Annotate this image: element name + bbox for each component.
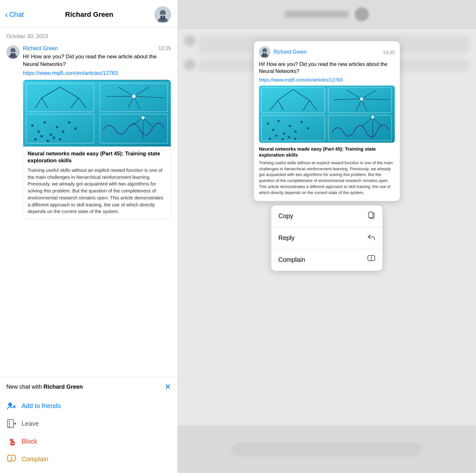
complain-menu-icon — [367, 255, 375, 265]
context-message-text: Hi! How are you? Did you read the new ar… — [259, 61, 395, 75]
left-panel: ‹ Chat Richard Green October 30, 2023 — [0, 0, 178, 473]
article-title: Neural networks made easy (Part 45): Tra… — [28, 150, 166, 164]
svg-rect-10 — [11, 53, 13, 57]
svg-point-86 — [272, 129, 274, 131]
complain-item[interactable]: Complain — [6, 450, 171, 468]
blur-title — [285, 11, 348, 18]
complain-label-right: Complain — [278, 256, 305, 263]
svg-rect-12 — [23, 81, 171, 145]
svg-point-90 — [294, 130, 297, 133]
svg-point-91 — [301, 121, 303, 123]
svg-point-42 — [59, 138, 61, 140]
svg-rect-59 — [11, 457, 12, 459]
svg-point-106 — [371, 259, 372, 260]
article-content: Neural networks made easy (Part 45): Tra… — [23, 146, 171, 219]
message-body: Richard Green 13:35 Hi! How are you? Did… — [23, 45, 171, 219]
article-card[interactable]: Neural networks made easy (Part 45): Tra… — [23, 80, 171, 219]
message-text: Hi! How are you? Did you read the new ar… — [23, 53, 171, 68]
svg-point-38 — [34, 138, 37, 140]
right-bottom-blur — [178, 425, 476, 473]
context-article-title: Neural networks made easy (Part 45): Tra… — [259, 146, 395, 158]
right-panel: Richard Green 13:35 Hi! How are you? Did… — [178, 0, 476, 473]
block-label: Block — [22, 438, 37, 445]
svg-rect-4 — [161, 16, 162, 20]
date-separator: October 30, 2023 — [0, 28, 177, 43]
context-message-link[interactable]: https://www.mql5.com/en/articles/12783 — [259, 77, 395, 82]
action-list: Add to friends Leave — [6, 397, 171, 468]
complain-label: Complain — [22, 456, 48, 463]
new-chat-row: New chat with Richard Green ✕ — [6, 382, 171, 391]
svg-point-47 — [8, 403, 12, 406]
chat-header: ‹ Chat Richard Green — [0, 0, 177, 28]
svg-point-87 — [277, 120, 280, 122]
blur-avatar — [355, 7, 369, 21]
leave-label: Leave — [22, 420, 39, 427]
message-row: Richard Green 13:35 Hi! How are you? Did… — [0, 43, 177, 222]
right-content: Richard Green 13:35 Hi! How are you? Did… — [178, 29, 476, 425]
reply-label: Reply — [278, 234, 294, 242]
leave-item[interactable]: Leave — [6, 415, 171, 432]
add-friends-label: Add to friends — [22, 402, 61, 410]
context-message-card: Richard Green 13:35 Hi! How are you? Did… — [254, 41, 400, 201]
svg-point-46 — [142, 116, 145, 119]
message-link[interactable]: https://www.mql5.com/en/articles/12783 — [23, 70, 171, 76]
svg-rect-53 — [9, 426, 10, 427]
new-chat-name: Richard Green — [43, 384, 83, 390]
svg-rect-103 — [368, 212, 373, 217]
new-chat-label: New chat with Richard Green — [6, 384, 83, 390]
context-menu: Copy Reply Complain — [271, 205, 382, 271]
svg-point-89 — [289, 125, 291, 127]
copy-icon — [367, 211, 375, 221]
context-article-description: Training useful skills without an explic… — [259, 160, 395, 196]
leave-icon — [6, 418, 17, 429]
copy-label: Copy — [278, 212, 293, 220]
blur-input-bar — [232, 442, 422, 456]
complain-icon — [6, 454, 17, 464]
svg-point-92 — [307, 127, 309, 129]
svg-point-93 — [269, 138, 271, 140]
context-article-image — [259, 86, 395, 143]
svg-point-33 — [50, 133, 52, 136]
reply-icon — [367, 233, 375, 243]
add-friends-item[interactable]: Add to friends — [6, 397, 171, 415]
svg-rect-65 — [263, 53, 264, 56]
svg-point-88 — [283, 133, 285, 135]
back-button[interactable]: ‹ Chat — [5, 10, 24, 20]
message-avatar — [6, 45, 20, 59]
article-image — [23, 80, 171, 146]
block-icon — [6, 436, 17, 446]
context-message-header: Richard Green 13:35 — [259, 46, 395, 58]
svg-point-101 — [371, 116, 374, 119]
svg-rect-105 — [371, 256, 372, 259]
svg-point-95 — [281, 138, 284, 140]
back-label: Chat — [9, 10, 24, 19]
add-friends-icon — [6, 401, 17, 411]
close-button[interactable]: ✕ — [165, 382, 171, 391]
svg-rect-67 — [259, 86, 395, 142]
reply-menu-item[interactable]: Reply — [271, 227, 382, 249]
svg-point-30 — [31, 124, 34, 126]
svg-point-84 — [360, 97, 363, 100]
svg-rect-11 — [13, 53, 15, 57]
context-sender: Richard Green — [274, 49, 380, 55]
avatar[interactable] — [155, 6, 171, 23]
svg-point-39 — [40, 135, 43, 137]
bottom-panel: New chat with Richard Green ✕ Add to fri… — [0, 377, 177, 473]
svg-point-96 — [288, 136, 290, 138]
svg-point-32 — [43, 121, 46, 124]
context-time: 13:35 — [383, 49, 395, 55]
svg-point-37 — [74, 127, 77, 130]
page-title: Richard Green — [65, 10, 113, 19]
svg-point-60 — [11, 460, 12, 461]
svg-point-34 — [56, 126, 58, 128]
article-description: Training useful skills without an explic… — [28, 167, 166, 215]
svg-rect-5 — [163, 16, 165, 20]
complain-menu-item[interactable]: Complain — [271, 249, 382, 271]
copy-menu-item[interactable]: Copy — [271, 205, 382, 227]
block-item[interactable]: Block — [6, 432, 171, 450]
svg-rect-66 — [265, 53, 267, 56]
svg-point-85 — [267, 122, 269, 125]
svg-point-35 — [62, 130, 64, 133]
svg-point-55 — [10, 439, 13, 441]
svg-point-31 — [37, 130, 40, 133]
